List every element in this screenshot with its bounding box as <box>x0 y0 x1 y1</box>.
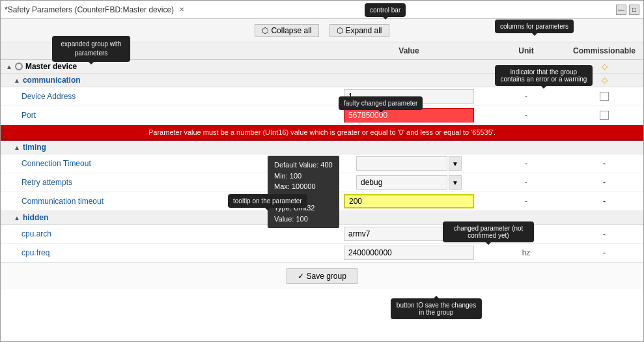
cpu-freq-comm: - <box>565 248 643 257</box>
device-address-input[interactable] <box>344 89 474 104</box>
control-bar: ⬡ Collapse all ⬡ Expand all <box>1 19 643 42</box>
comm-timeout-input[interactable] <box>344 194 474 208</box>
retry-attempts-input[interactable] <box>356 175 447 190</box>
error-banner: Parameter value must be a number (UInt16… <box>1 125 643 141</box>
cpu-arch-unit: - <box>487 229 565 238</box>
connection-timeout-unit: - <box>487 159 565 168</box>
collapse-icon: ⬡ <box>262 26 268 35</box>
port-input[interactable] <box>344 108 474 122</box>
port-row: Port - <box>1 106 643 125</box>
title-bar: *Safety Parameters (CounterFBD:Master de… <box>1 1 643 19</box>
cpu-arch-label: cpu.arch <box>1 229 331 238</box>
communication-label: ▲ communication <box>1 76 331 85</box>
device-address-label: Device Address <box>1 92 331 101</box>
port-value-cell <box>331 108 487 122</box>
cpu-arch-value-cell <box>331 227 487 241</box>
cpu-freq-row: cpu.freq hz - <box>1 244 643 263</box>
maximize-btn[interactable]: □ <box>629 5 639 15</box>
unit-col-header: Unit <box>487 45 565 57</box>
table-header: Value Unit Commissionable <box>1 42 643 60</box>
device-address-comm <box>565 92 643 101</box>
comm-timeout-value-cell <box>331 194 487 208</box>
comm-timeout-comm: - <box>565 197 643 206</box>
collapse-triangle: ▲ <box>6 63 12 70</box>
cpu-freq-unit: hz <box>487 248 565 257</box>
collapse-all-button[interactable]: ⬡ Collapse all <box>255 24 318 37</box>
timing-name: timing <box>23 143 46 152</box>
comm-warning-icon: ◇ <box>602 76 608 85</box>
expand-icon: ⬡ <box>337 26 343 35</box>
master-device-name: Master device <box>25 62 77 71</box>
warning-diamond-icon: ◇ <box>602 62 608 71</box>
connection-timeout-dropdown-cell: ▼ <box>356 156 462 171</box>
title-bar-left: *Safety Parameters (CounterFBD:Master de… <box>5 5 187 14</box>
port-checkbox[interactable] <box>600 111 609 120</box>
timing-group-row[interactable]: ▲ timing <box>1 141 643 154</box>
retry-attempts-unit: - <box>487 178 565 187</box>
collapse-all-label: Collapse all <box>271 26 311 35</box>
connection-timeout-input[interactable] <box>356 156 447 171</box>
timing-label: ▲ timing <box>1 143 331 152</box>
timing-triangle: ▲ <box>14 144 20 151</box>
device-address-unit: - <box>487 92 565 101</box>
communication-name: communication <box>23 76 81 85</box>
device-address-checkbox[interactable] <box>600 92 609 101</box>
port-comm <box>565 111 643 120</box>
error-message: Parameter value must be a number (UInt16… <box>148 128 496 136</box>
value-col-header: Value <box>331 45 487 57</box>
device-circle-icon <box>15 63 23 70</box>
master-device-label: ▲ Master device <box>1 62 331 71</box>
device-address-row: Device Address - <box>1 87 643 106</box>
content-area: ▲ Master device ◇ ▲ communication ◇ <box>1 60 643 341</box>
save-btn-row: ✓ Save group <box>1 263 643 289</box>
tab-close-btn[interactable]: ✕ <box>176 6 187 13</box>
tooltip-value: Value: 100 <box>274 214 333 225</box>
connection-timeout-comm: - <box>565 159 643 168</box>
hidden-name: hidden <box>23 213 48 222</box>
comm-group-warning: ◇ <box>565 76 643 85</box>
param-tooltip: Default Value: 400 Min: 100 Max: 100000 … <box>268 156 339 228</box>
tooltip-default: Default Value: 400 <box>274 160 333 171</box>
expand-all-label: Expand all <box>346 26 382 35</box>
window-title: *Safety Parameters (CounterFBD:Master de… <box>5 5 174 14</box>
device-address-value-cell <box>331 89 487 104</box>
comm-timeout-unit: - <box>487 197 565 206</box>
cpu-arch-comm: - <box>565 229 643 238</box>
expand-all-button[interactable]: ⬡ Expand all <box>329 24 389 37</box>
tooltip-type: Type: UInt32 <box>274 203 333 214</box>
cpu-freq-label: cpu.freq <box>1 248 331 257</box>
master-device-row[interactable]: ▲ Master device ◇ <box>1 60 643 74</box>
port-unit: - <box>487 111 565 120</box>
param-col-header <box>1 45 331 57</box>
connection-timeout-row: Connection Timeout ▼ - - Default Value: … <box>1 154 643 173</box>
hidden-triangle: ▲ <box>14 214 20 221</box>
main-window: *Safety Parameters (CounterFBD:Master de… <box>0 0 644 342</box>
retry-attempts-value-cell: ▼ <box>331 175 487 190</box>
minimize-btn[interactable]: — <box>616 5 626 15</box>
tooltip-min: Min: 100 <box>274 171 333 182</box>
retry-attempts-dropdown-btn[interactable]: ▼ <box>449 175 462 190</box>
cpu-freq-value-cell <box>331 246 487 260</box>
connection-timeout-dropdown-btn[interactable]: ▼ <box>449 156 462 171</box>
comm-triangle: ▲ <box>14 77 20 84</box>
save-group-button[interactable]: ✓ Save group <box>287 268 357 284</box>
retry-attempts-comm: - <box>565 178 643 187</box>
tooltip-max: Max: 100000 <box>274 181 333 192</box>
communication-group-row[interactable]: ▲ communication ◇ <box>1 74 643 87</box>
cpu-freq-input[interactable] <box>344 246 474 260</box>
title-bar-buttons: — □ <box>616 5 639 15</box>
tooltip-step: Step: 100 <box>274 192 333 203</box>
comm-col-header: Commissionable <box>565 45 643 57</box>
master-comm-cell: ◇ <box>565 62 643 71</box>
connection-timeout-value-cell: ▼ <box>331 156 487 171</box>
retry-attempts-dropdown-cell: ▼ <box>356 175 462 190</box>
cpu-arch-input[interactable] <box>344 227 474 241</box>
port-label: Port <box>1 111 331 120</box>
